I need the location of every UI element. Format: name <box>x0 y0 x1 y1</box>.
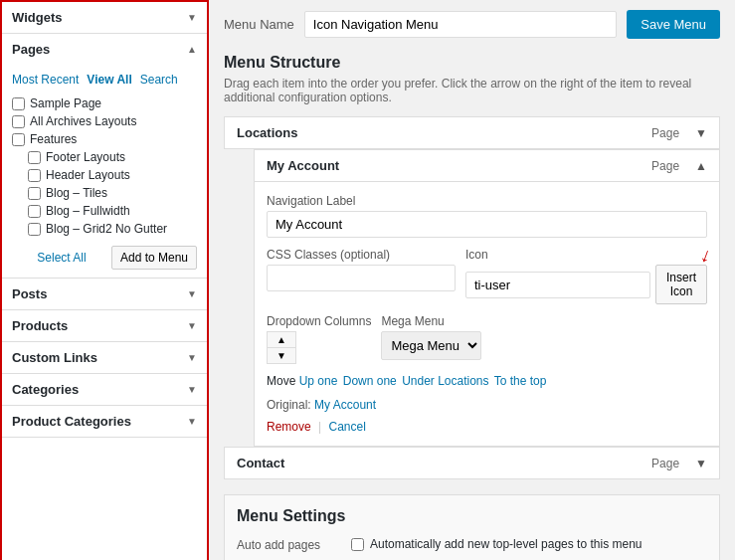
menu-item-locations: Locations Page ▼ <box>224 116 720 149</box>
icon-row: Insert Icon ↓ <box>465 265 707 304</box>
custom-links-collapse-icon: ▼ <box>187 352 197 363</box>
pages-actions: ↓ Select All Add to Menu <box>12 246 197 270</box>
page-checkbox[interactable] <box>28 169 41 182</box>
sidebar-widgets-header[interactable]: Widgets ▼ <box>2 2 207 33</box>
sidebar-widgets-section: Widgets ▼ <box>2 2 207 34</box>
mega-menu-field: Mega Menu Mega Menu <box>381 314 707 360</box>
nav-label-field: Navigation Label <box>267 194 707 238</box>
page-checkbox[interactable] <box>28 223 41 236</box>
page-item-label: Features <box>30 132 77 146</box>
main-content: Menu Name Save Menu Menu Structure Drag … <box>209 0 735 560</box>
products-collapse-icon: ▼ <box>187 320 197 331</box>
menu-item-contact: Contact Page ▼ <box>224 447 720 479</box>
widgets-collapse-icon: ▼ <box>187 12 197 23</box>
page-checkbox[interactable] <box>28 187 41 200</box>
product-categories-collapse-icon: ▼ <box>187 416 197 427</box>
menu-item-my-account-header[interactable]: My Account Page ▲ <box>255 150 719 181</box>
page-checkbox[interactable] <box>12 133 25 146</box>
list-item: All Archives Layouts <box>12 112 197 130</box>
page-list: Sample Page All Archives Layouts Feature… <box>12 94 197 238</box>
tab-search[interactable]: Search <box>140 73 178 87</box>
auto-add-checkbox-row: Automatically add new top-level pages to… <box>351 537 707 551</box>
menu-settings: Menu Settings Auto add pages Automatical… <box>224 494 720 560</box>
cancel-link[interactable]: Cancel <box>329 420 366 434</box>
insert-icon-button[interactable]: Insert Icon ↓ <box>655 265 707 304</box>
menu-structure-desc: Drag each item into the order you prefer… <box>224 77 720 104</box>
auto-add-checkbox-label: Automatically add new top-level pages to… <box>370 537 643 551</box>
page-checkbox[interactable] <box>28 151 41 164</box>
page-item-label: Sample Page <box>30 96 101 110</box>
move-to-top-link[interactable]: To the top <box>494 374 547 388</box>
sidebar-posts-section: Posts ▼ <box>2 279 207 310</box>
locations-type: Page <box>651 126 679 140</box>
sidebar-posts-label: Posts <box>12 286 47 301</box>
pages-collapse-icon: ▲ <box>187 44 197 55</box>
page-checkbox[interactable] <box>12 97 25 110</box>
menu-name-label: Menu Name <box>224 17 294 32</box>
sidebar-product-categories-label: Product Categories <box>12 414 131 429</box>
list-item: Blog – Grid2 No Gutter <box>12 220 197 238</box>
icon-input[interactable] <box>465 272 650 298</box>
sidebar-product-categories-header[interactable]: Product Categories ▼ <box>2 406 207 437</box>
menu-settings-title: Menu Settings <box>237 507 707 525</box>
sidebar-custom-links-label: Custom Links <box>12 350 97 365</box>
css-classes-label: CSS Classes (optional) <box>267 248 456 262</box>
select-all-link[interactable]: Select All <box>37 251 86 265</box>
page-item-label: Blog – Tiles <box>46 186 107 200</box>
tab-most-recent[interactable]: Most Recent <box>12 73 79 87</box>
nav-label-input[interactable] <box>267 211 707 238</box>
dropdown-columns-stepper: ▲ ▼ <box>267 331 296 364</box>
sidebar-widgets-label: Widgets <box>12 10 62 25</box>
page-item-label: All Archives Layouts <box>30 114 136 128</box>
page-item-label: Footer Layouts <box>46 150 125 164</box>
menu-structure-title: Menu Structure <box>224 54 720 72</box>
sidebar-custom-links-header[interactable]: Custom Links ▼ <box>2 342 207 373</box>
sidebar-products-label: Products <box>12 318 68 333</box>
sidebar-product-categories-section: Product Categories ▼ <box>2 406 207 438</box>
menu-name-row: Menu Name Save Menu <box>224 10 720 39</box>
dropdown-columns-row: Dropdown Columns ▲ ▼ Mega Menu Mega Menu <box>267 314 707 364</box>
css-classes-input[interactable] <box>267 265 456 291</box>
menu-item-locations-header[interactable]: Locations Page ▼ <box>225 117 719 148</box>
add-to-menu-button[interactable]: Add to Menu <box>111 246 197 270</box>
dropdown-columns-label: Dropdown Columns <box>267 314 371 328</box>
tab-view-all[interactable]: View All <box>87 73 131 87</box>
my-account-type: Page <box>651 159 679 173</box>
move-up-one-link[interactable]: Up one <box>299 374 338 388</box>
sidebar-categories-header[interactable]: Categories ▼ <box>2 374 207 405</box>
css-icon-row: CSS Classes (optional) Icon Insert Icon … <box>267 248 707 314</box>
pages-tabs: Most Recent View All Search <box>12 73 197 87</box>
list-item: Header Layouts <box>12 166 197 184</box>
sidebar-pages-section: Pages ▲ Most Recent View All Search Samp… <box>2 34 207 279</box>
list-item: Blog – Tiles <box>12 184 197 202</box>
mega-menu-select[interactable]: Mega Menu <box>381 331 481 360</box>
save-menu-button-top[interactable]: Save Menu <box>627 10 720 39</box>
css-classes-field: CSS Classes (optional) <box>267 248 456 304</box>
contact-title: Contact <box>237 456 284 470</box>
page-checkbox[interactable] <box>28 205 41 218</box>
menu-item-contact-header[interactable]: Contact Page ▼ <box>225 448 719 478</box>
page-checkbox[interactable] <box>12 115 25 128</box>
sidebar-pages-header[interactable]: Pages ▲ <box>2 34 207 65</box>
move-under-locations-link[interactable]: Under Locations <box>402 374 488 388</box>
sidebar-products-section: Products ▼ <box>2 310 207 342</box>
original-link[interactable]: My Account <box>314 398 376 412</box>
dropdown-down-button[interactable]: ▼ <box>268 348 295 363</box>
list-item: Features <box>12 130 197 148</box>
my-account-expanded: Navigation Label CSS Classes (optional) … <box>254 182 720 447</box>
dropdown-col-field: Dropdown Columns ▲ ▼ <box>267 314 371 364</box>
auto-add-checkbox[interactable] <box>351 538 364 551</box>
move-down-one-link[interactable]: Down one <box>343 374 397 388</box>
my-account-title: My Account <box>267 158 339 173</box>
sidebar-products-header[interactable]: Products ▼ <box>2 310 207 341</box>
locations-title: Locations <box>237 125 297 140</box>
menu-name-input[interactable] <box>304 11 617 38</box>
sidebar-posts-header[interactable]: Posts ▼ <box>2 279 207 309</box>
locations-arrow-icon: ▼ <box>695 126 707 140</box>
page-item-label: Header Layouts <box>46 168 130 182</box>
icon-label: Icon <box>465 248 707 262</box>
remove-link[interactable]: Remove <box>267 420 311 434</box>
sidebar: Widgets ▼ Pages ▲ Most Recent View All S… <box>0 0 209 560</box>
dropdown-up-button[interactable]: ▲ <box>268 332 295 348</box>
pages-content: Most Recent View All Search Sample Page … <box>2 65 207 278</box>
